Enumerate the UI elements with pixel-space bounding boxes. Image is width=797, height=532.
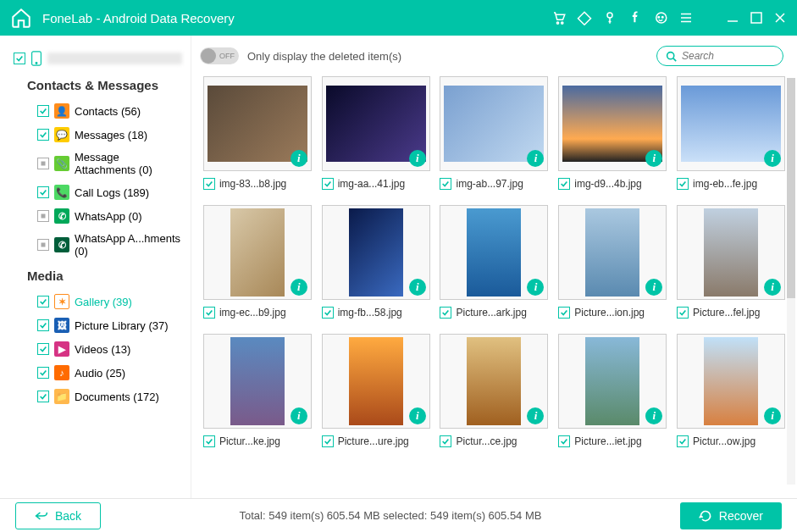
checkbox[interactable] [37,186,49,198]
thumbnail-image[interactable]: i [203,205,312,300]
info-icon[interactable]: i [764,279,781,296]
thumbnail[interactable]: iPictur...ce.jpg [440,334,548,447]
checkbox[interactable] [322,178,334,190]
minimize-icon[interactable] [726,11,739,25]
thumbnail-image[interactable]: i [322,205,430,300]
thumbnail-image[interactable]: i [558,205,667,300]
recover-button[interactable]: Recover [680,502,782,529]
thumbnail[interactable]: iimg-ab...97.jpg [440,76,548,190]
info-icon[interactable]: i [764,407,781,424]
thumbnail-image[interactable]: i [677,205,785,300]
close-icon[interactable] [773,11,787,25]
thumbnail[interactable]: iimg-83...b8.jpg [203,76,312,190]
checkbox[interactable] [37,391,49,402]
maximize-icon[interactable] [750,11,763,25]
device-row[interactable] [12,47,184,69]
checkbox[interactable] [37,296,49,308]
checkbox[interactable] [203,178,215,190]
thumbnail-image[interactable]: i [677,76,785,171]
thumbnail[interactable]: iimg-fb...58.jpg [322,205,430,319]
checkbox[interactable] [558,307,570,319]
thumbnail[interactable]: iPicture...ark.jpg [440,205,548,319]
thumbnail[interactable]: iPicture...ure.jpg [322,334,430,447]
thumbnail[interactable]: iimg-ec...b9.jpg [203,205,312,319]
checkbox[interactable] [677,435,689,447]
search-input[interactable] [682,50,774,62]
info-icon[interactable]: i [764,150,781,167]
thumbnail[interactable]: iimg-eb...fe.jpg [677,76,785,190]
scrollbar[interactable] [787,78,795,485]
thumbnail-image[interactable]: i [440,334,548,429]
info-icon[interactable]: i [409,150,426,167]
thumbnail[interactable]: iPicture...iet.jpg [558,334,667,447]
sidebar-item-contacts[interactable]: 👤 Contacts (56) [12,99,184,123]
thumbnail-image[interactable]: i [558,334,667,429]
info-icon[interactable]: i [291,150,307,167]
thumbnail-image[interactable]: i [558,76,667,171]
checkbox[interactable] [37,105,49,117]
wifi-icon[interactable] [577,10,592,25]
thumbnail-image[interactable]: i [677,334,785,429]
checkbox[interactable] [440,307,451,319]
info-icon[interactable]: i [645,150,662,167]
info-icon[interactable]: i [645,279,662,296]
sidebar-item-audio[interactable]: ♪ Audio (25) [12,361,184,385]
device-checkbox[interactable] [14,53,25,64]
checkbox[interactable] [322,435,334,447]
info-icon[interactable]: i [527,150,544,167]
cart-icon[interactable] [551,10,567,25]
sidebar-item-videos[interactable]: ▶ Videos (13) [12,337,184,361]
thumbnail-image[interactable]: i [440,76,548,171]
checkbox[interactable] [37,210,49,222]
sidebar-item-call-logs[interactable]: 📞 Call Logs (189) [12,180,184,204]
search-box[interactable] [656,46,783,66]
sidebar-item-picture-library[interactable]: 🖼 Picture Library (37) [12,313,184,337]
checkbox[interactable] [37,343,49,355]
checkbox[interactable] [37,239,49,251]
info-icon[interactable]: i [527,407,544,424]
info-icon[interactable]: i [409,407,426,424]
deleted-only-toggle[interactable]: OFF [200,47,239,64]
thumbnail[interactable]: iPicture...fel.jpg [677,205,785,319]
checkbox[interactable] [37,367,49,379]
menu-icon[interactable] [678,10,694,25]
checkbox[interactable] [203,435,215,447]
back-button[interactable]: Back [15,502,101,529]
key-icon[interactable] [602,10,617,25]
thumbnail-image[interactable]: i [203,334,312,429]
home-icon[interactable] [10,7,32,29]
checkbox[interactable] [37,129,49,141]
checkbox[interactable] [37,158,49,169]
sidebar-item-msg-attachments[interactable]: 📎 Message Attachments (0) [12,147,184,180]
checkbox[interactable] [677,307,689,319]
facebook-icon[interactable] [628,10,643,25]
info-icon[interactable]: i [291,407,307,424]
sidebar-item-documents[interactable]: 📁 Documents (172) [12,385,184,408]
scrollbar-thumb[interactable] [787,78,795,298]
checkbox[interactable] [558,435,570,447]
checkbox[interactable] [203,307,215,319]
sidebar-item-whatsapp-attachments[interactable]: ✆ WhatsApp A...hments (0) [12,228,184,262]
sidebar-item-messages[interactable]: 💬 Messages (18) [12,123,184,147]
thumbnail[interactable]: iimg-d9...4b.jpg [558,76,667,190]
info-icon[interactable]: i [291,279,307,296]
thumbnail-image[interactable]: i [322,334,430,429]
sidebar-item-gallery[interactable]: ✶ Gallery (39) [12,290,184,313]
info-icon[interactable]: i [645,407,662,424]
thumbnail[interactable]: iimg-aa...41.jpg [322,76,430,190]
info-icon[interactable]: i [527,279,544,296]
checkbox[interactable] [322,307,334,319]
thumbnail-image[interactable]: i [440,205,548,300]
checkbox[interactable] [558,178,570,190]
sidebar-item-whatsapp[interactable]: ✆ WhatsApp (0) [12,204,184,228]
thumbnail-image[interactable]: i [322,76,430,171]
checkbox[interactable] [37,319,49,331]
feedback-icon[interactable] [653,10,668,25]
thumbnail[interactable]: iPicture...ion.jpg [558,205,667,319]
checkbox[interactable] [440,178,451,190]
info-icon[interactable]: i [409,279,426,296]
thumbnail[interactable]: iPictur...ow.jpg [677,334,785,447]
thumbnail-image[interactable]: i [203,76,312,171]
checkbox[interactable] [677,178,689,190]
thumbnail[interactable]: iPictur...ke.jpg [203,334,312,447]
